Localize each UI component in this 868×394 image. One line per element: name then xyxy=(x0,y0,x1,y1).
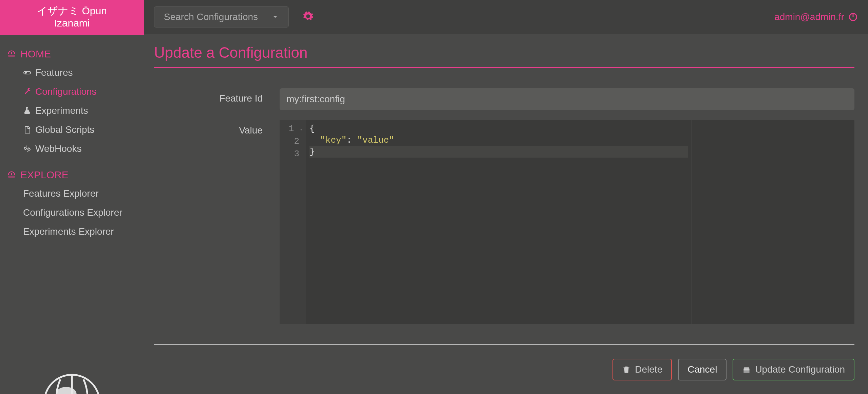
code-scroll-region xyxy=(692,120,854,324)
sidebar-item-label: Configurations xyxy=(35,86,97,97)
sidebar-item-label: Features xyxy=(35,67,73,78)
sidebar-item-label: Global Scripts xyxy=(35,124,94,135)
user-menu[interactable]: admin@admin.fr xyxy=(774,12,858,22)
sidebar-item-label: Features Explorer xyxy=(23,188,99,199)
trash-icon xyxy=(622,365,631,374)
delete-button-label: Delete xyxy=(635,364,662,375)
content: Update a Configuration Feature Id Value … xyxy=(144,34,868,394)
sidebar-item-experiments-explorer[interactable]: Experiments Explorer xyxy=(7,222,144,241)
toggle-icon xyxy=(23,69,31,77)
brand-line1: イザナミ Ōpun xyxy=(3,5,140,17)
brand-line2: Izanami xyxy=(3,17,140,29)
sidebar-item-features[interactable]: Features xyxy=(7,63,144,82)
divider xyxy=(154,344,854,345)
chevron-down-icon xyxy=(271,13,279,21)
code-editor[interactable]: 1 ▾ 2 3 { "key": "value" } xyxy=(280,120,854,324)
sidebar-item-global-scripts[interactable]: Global Scripts xyxy=(7,120,144,139)
sidebar-item-features-explorer[interactable]: Features Explorer xyxy=(7,184,144,203)
sidebar-nav: HOME Features Configurations Experiments… xyxy=(0,35,144,241)
update-button-label: Update Configuration xyxy=(755,364,845,375)
sidebar-heading-explore[interactable]: EXPLORE xyxy=(7,166,144,184)
form-row-value: Value 1 ▾ 2 3 { "key": "value" } xyxy=(154,120,854,324)
sidebar-item-label: WebHooks xyxy=(35,143,81,154)
page-title: Update a Configuration xyxy=(154,44,854,68)
update-button[interactable]: Update Configuration xyxy=(733,359,854,380)
flask-icon xyxy=(23,107,31,115)
sidebar-heading-home[interactable]: HOME xyxy=(7,45,144,63)
dashboard-icon xyxy=(7,49,16,59)
sidebar: イザナミ Ōpun Izanami HOME Features Configur… xyxy=(0,0,144,394)
gear-icon xyxy=(302,11,314,22)
brand-logo[interactable]: イザナミ Ōpun Izanami xyxy=(0,0,144,35)
sidebar-item-webhooks[interactable]: WebHooks xyxy=(7,139,144,158)
globe-icon xyxy=(43,374,101,394)
form-row-feature-id: Feature Id xyxy=(154,88,854,110)
label-feature-id: Feature Id xyxy=(154,88,280,104)
main-area: Search Configurations admin@admin.fr Upd… xyxy=(144,0,868,394)
plug-icon xyxy=(23,145,31,153)
sidebar-item-label: Experiments xyxy=(35,105,88,116)
cancel-button[interactable]: Cancel xyxy=(678,359,727,380)
dashboard-icon xyxy=(7,170,16,180)
delete-button[interactable]: Delete xyxy=(612,359,672,380)
sidebar-item-label: Configurations Explorer xyxy=(23,207,122,218)
power-icon xyxy=(848,12,858,22)
svg-point-1 xyxy=(25,72,27,74)
cancel-button-label: Cancel xyxy=(687,364,717,375)
disk-icon xyxy=(742,365,751,374)
sidebar-heading-home-label: HOME xyxy=(20,48,51,60)
sidebar-item-configurations[interactable]: Configurations xyxy=(7,82,144,101)
sidebar-footer xyxy=(0,374,144,394)
sidebar-item-experiments[interactable]: Experiments xyxy=(7,101,144,120)
label-value: Value xyxy=(154,120,280,136)
settings-button[interactable] xyxy=(302,11,314,23)
svg-point-3 xyxy=(56,387,76,394)
code-gutter: 1 ▾ 2 3 xyxy=(280,120,306,324)
sidebar-item-configurations-explorer[interactable]: Configurations Explorer xyxy=(7,203,144,222)
svg-rect-7 xyxy=(744,369,750,371)
file-icon xyxy=(23,126,31,134)
topbar: Search Configurations admin@admin.fr xyxy=(144,0,868,34)
action-row: Delete Cancel Update Configuration xyxy=(154,359,854,384)
search-select[interactable]: Search Configurations xyxy=(154,6,289,28)
sidebar-item-label: Experiments Explorer xyxy=(23,226,114,237)
wrench-icon xyxy=(23,88,31,96)
feature-id-input[interactable] xyxy=(280,88,854,110)
fold-icon[interactable]: ▾ xyxy=(299,124,303,136)
search-placeholder: Search Configurations xyxy=(164,12,258,22)
sidebar-heading-explore-label: EXPLORE xyxy=(20,169,69,181)
code-area[interactable]: { "key": "value" } xyxy=(306,120,692,324)
user-email: admin@admin.fr xyxy=(774,12,844,22)
